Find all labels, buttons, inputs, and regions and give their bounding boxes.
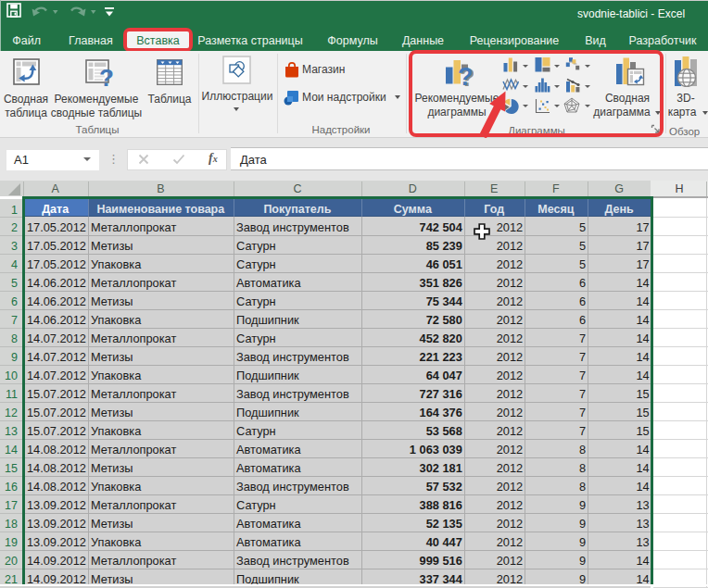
svg-text:?: ?	[99, 64, 114, 88]
